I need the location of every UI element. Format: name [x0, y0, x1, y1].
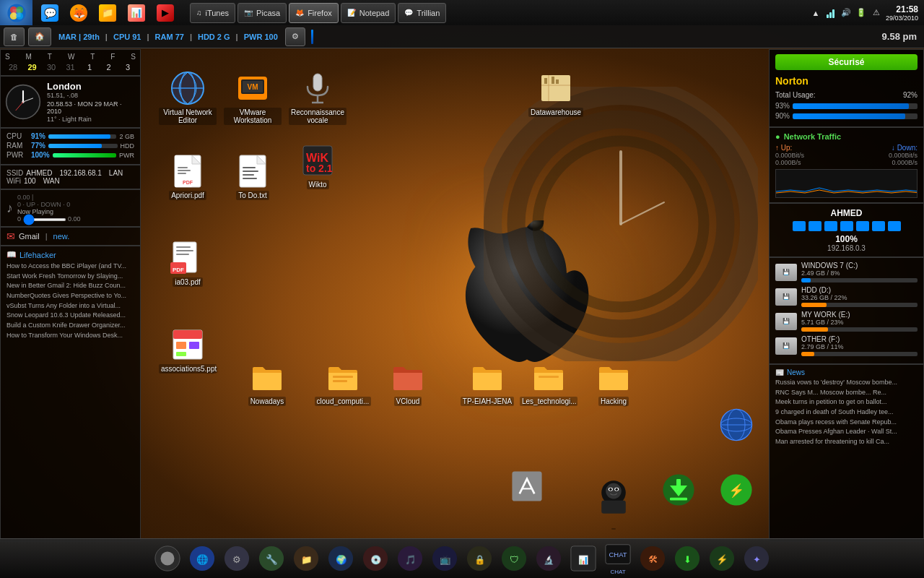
- les-techno-label: Les_technologi...: [520, 397, 578, 406]
- desktop-icon-nowadays[interactable]: Nowadays: [238, 360, 296, 406]
- taskbar-icon-media[interactable]: ▶: [152, 1, 179, 25]
- rss-icon: 📖: [6, 250, 17, 259]
- toolbar-settings[interactable]: ⚙: [285, 27, 305, 46]
- taskbar-icon-folder[interactable]: 📁: [94, 1, 121, 25]
- news-item-1[interactable]: RNC Says M... Moscow bombe... Re...: [775, 389, 918, 397]
- tray-arrow-icon[interactable]: ▲: [810, 7, 821, 19]
- dock-item-3[interactable]: 🔧: [256, 543, 288, 575]
- tray-alert-icon[interactable]: ⚠: [871, 7, 882, 19]
- rss-item-6[interactable]: Build a Custom Knife Drawer Organizer...: [6, 322, 134, 330]
- user-bars: [775, 221, 918, 231]
- tray-network-icon[interactable]: [825, 7, 837, 19]
- desktop-icon-cloud[interactable]: cloud_computi...: [314, 360, 372, 406]
- news-item-0[interactable]: Russia vows to 'destroy' Moscow bombe...: [775, 379, 918, 387]
- news-item-6[interactable]: Man arrested for threatening to kill Ca.…: [775, 438, 918, 447]
- desktop-icon-associations[interactable]: associations5.ppt: [159, 327, 217, 374]
- dock-item-down[interactable]: ⬇: [671, 543, 704, 575]
- dock-item-11[interactable]: 🔬: [533, 543, 565, 575]
- dock-item-7[interactable]: 🎵: [394, 543, 427, 575]
- taskbar-window-notepad[interactable]: 📝 Notepad: [341, 3, 396, 23]
- norton-secure-btn[interactable]: Sécurisé: [775, 54, 918, 70]
- dock-item-5[interactable]: 🌍: [325, 543, 357, 575]
- desktop-icon-datawarehouse[interactable]: Datawarehouse: [527, 71, 585, 117]
- desktop-icon-apriori[interactable]: PDF Apriori.pdf: [159, 154, 217, 200]
- rss-item-1[interactable]: Start Work Fresh Tomorrow by Slaying...: [6, 272, 134, 281]
- apriori-label: Apriori.pdf: [169, 191, 206, 200]
- rss-item-7[interactable]: How to Transform Your Windows Desk...: [6, 332, 134, 340]
- desktop-icon-les-techno[interactable]: Les_technologi...: [520, 360, 578, 406]
- stat-cpu-val: 91%: [31, 132, 45, 140]
- dock-item-8[interactable]: 📺: [429, 543, 461, 575]
- rss-item-5[interactable]: Snow Leopard 10.6.3 Update Released...: [6, 311, 134, 320]
- wikto-icon: WiK to 2.1: [300, 143, 335, 178]
- stat-ram-label: RAM: [6, 142, 28, 150]
- dock-item-2[interactable]: ⚙: [221, 543, 253, 575]
- taskbar-icon-ppt[interactable]: 📊: [123, 1, 150, 25]
- toolbar-time: 9.58 pm: [882, 31, 920, 42]
- widget-drives: 💾 WINDOWS 7 (C:) 2.49 GB / 8% 💾 HDD (D:)…: [769, 257, 924, 364]
- toolbar-home[interactable]: 🏠: [28, 27, 51, 46]
- rss-item-0[interactable]: How to Access the BBC iPlayer (and TV...: [6, 262, 134, 271]
- taskbar-window-itunes[interactable]: ♫ iTunes: [190, 3, 235, 23]
- tray-power-icon[interactable]: 🔋: [855, 7, 867, 19]
- user-bar-1: [793, 221, 806, 231]
- desktop-icon-mask-man[interactable]: [585, 468, 642, 530]
- clock-weather: 11° · Light Rain: [47, 116, 136, 123]
- dock-item-9[interactable]: 🔒: [463, 543, 496, 575]
- desktop-icon-vmware[interactable]: VM VMware Workstation: [224, 71, 282, 125]
- svg-text:🛡: 🛡: [510, 555, 518, 565]
- rss-item-4[interactable]: vSubst Turns Any Folder into a Virtual..…: [6, 302, 134, 311]
- dock-item-bt[interactable]: ⚡: [706, 543, 738, 575]
- news-item-4[interactable]: Obama plays recess with Senate Repub...: [775, 418, 918, 427]
- taskbar-icon-im[interactable]: 💬: [36, 1, 64, 25]
- toolbar-status: MAR | 29th | CPU 91 | RAM 77 | HDD 2 G |…: [58, 33, 278, 41]
- network-row2: WiFi 100 WAN: [6, 177, 134, 185]
- dock-item-10[interactable]: 🛡: [498, 543, 531, 575]
- rss-item-2[interactable]: New in Better Gmail 2: Hide Buzz Coun...: [6, 282, 134, 290]
- desktop-icon-ia03[interactable]: PDF ia03.pdf: [159, 241, 217, 287]
- taskbar-icon-browser[interactable]: 🦊: [65, 1, 92, 25]
- tray-clock[interactable]: 21:58 29/03/2010: [886, 4, 918, 22]
- dock-item-1[interactable]: 🌐: [186, 543, 219, 575]
- nettraffic-row: ↑ Up: ↓ Down:: [775, 144, 918, 152]
- desktop-icon-bittorrent[interactable]: ⚡: [707, 461, 765, 519]
- dock-item-swiss[interactable]: 🛠: [637, 543, 669, 575]
- widget-gmail[interactable]: ✉ Gmail | new.: [0, 227, 141, 246]
- desktop-icon-download[interactable]: [650, 461, 707, 519]
- drive-bar-c-fill: [801, 278, 811, 282]
- taskbar-window-picasa[interactable]: 📷 Picasa: [237, 3, 287, 23]
- news-item-3[interactable]: 9 charged in death of South Hadley tee..…: [775, 408, 918, 417]
- nettraffic-up-val2: 0.000B/s: [775, 159, 801, 166]
- svg-text:⚙: ⚙: [232, 554, 241, 565]
- svg-point-87: [161, 552, 175, 566]
- dock-item-chat[interactable]: CHAT CHAT: [602, 543, 635, 575]
- vcloud-label: VCloud: [394, 397, 422, 406]
- svg-rect-66: [539, 376, 559, 378]
- desktop-icon-wikto[interactable]: WiK to 2.1 Wikto: [289, 143, 346, 189]
- news-item-2[interactable]: Meek turns in petition to get on ballot.…: [775, 398, 918, 407]
- desktop-icon-tp-eiah[interactable]: TP-EIAH-JENA: [458, 360, 516, 406]
- svg-rect-58: [176, 254, 189, 255]
- dock-item-12[interactable]: 📊: [567, 543, 600, 575]
- desktop-icon-reconnaissance[interactable]: Reconnaissance vocale: [289, 71, 346, 125]
- desktop-icon-vcloud[interactable]: VCloud: [379, 360, 437, 406]
- tray-volume-icon[interactable]: 🔊: [840, 7, 852, 19]
- news-item-5[interactable]: Obama Presses Afghan Leader · Wall St...: [775, 428, 918, 436]
- desktop-icon-globe[interactable]: [707, 396, 765, 454]
- left-sidebar: S M T W T F S 28 29 30 31 1 2 3: [0, 49, 141, 542]
- desktop-icon-todo[interactable]: To Do.txt: [224, 154, 282, 200]
- nettraffic-down-val2: 0.000B/s: [892, 159, 918, 166]
- dock-item-0[interactable]: [152, 543, 184, 575]
- desktop-icon-virtual-network[interactable]: Virtual Network Editor: [159, 71, 217, 125]
- rss-item-3[interactable]: NumberQuotes Gives Perspective to Yo...: [6, 292, 134, 301]
- desktop-icon-tools[interactable]: [498, 461, 556, 512]
- dock-item-6[interactable]: 💿: [359, 543, 392, 575]
- taskbar-window-trillian[interactable]: 💬 Trillian: [398, 3, 446, 23]
- dock-item-extra[interactable]: ✦: [741, 543, 773, 575]
- music-slider[interactable]: [23, 218, 66, 221]
- desktop-icon-hacking[interactable]: Hacking: [585, 360, 642, 406]
- dock-item-4[interactable]: 📁: [290, 543, 323, 575]
- taskbar-window-firefox[interactable]: 🦊 Firefox: [289, 3, 339, 23]
- start-button[interactable]: [0, 0, 32, 25]
- toolbar-trash[interactable]: 🗑: [4, 27, 25, 46]
